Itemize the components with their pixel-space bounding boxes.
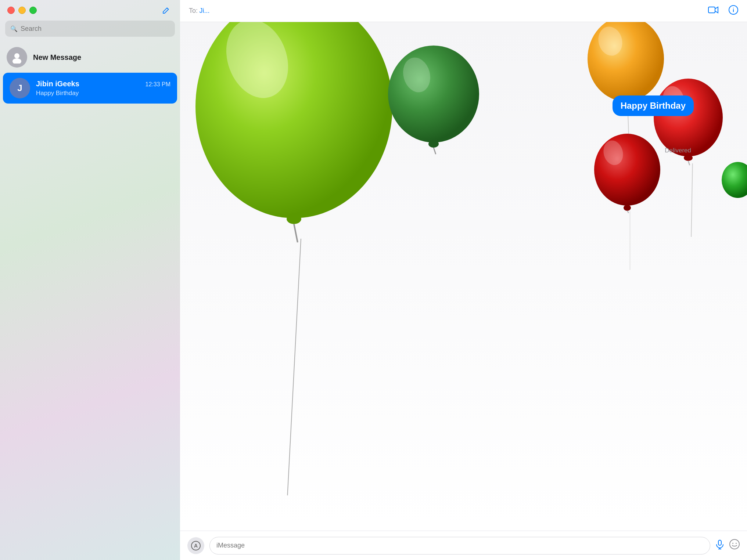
string-red-lower-balloon: [630, 211, 631, 270]
svg-point-12: [428, 140, 439, 148]
svg-point-6: [195, 22, 392, 218]
string-red-right-balloon: [691, 163, 693, 237]
video-call-icon[interactable]: [708, 6, 718, 16]
search-icon: 🔍: [10, 25, 18, 32]
new-message-item[interactable]: New Message: [0, 42, 180, 73]
svg-point-32: [730, 539, 739, 549]
svg-point-24: [624, 205, 631, 211]
sidebar: 🔍 New Message J Jibin iGeeks 12:33 PM Ha…: [0, 0, 180, 560]
chat-header-to: To: Ji...: [189, 7, 209, 15]
apps-button[interactable]: A: [187, 537, 204, 554]
chat-area: To: Ji...: [180, 0, 747, 560]
chat-header-actions: [708, 5, 738, 17]
search-input[interactable]: [21, 25, 170, 33]
convo-time: 12:33 PM: [146, 81, 170, 88]
compose-button[interactable]: [159, 4, 173, 17]
to-label: To:: [189, 7, 198, 14]
input-bar: A: [180, 531, 747, 560]
balloon-red-lower: [593, 132, 662, 213]
svg-point-26: [722, 162, 747, 198]
svg-line-25: [627, 211, 629, 213]
audio-button[interactable]: [715, 540, 724, 552]
bubble-text: Happy Birthday: [621, 101, 686, 111]
svg-point-8: [287, 214, 301, 224]
svg-rect-5: [733, 8, 734, 8]
happy-birthday-bubble: Happy Birthday: [613, 95, 694, 116]
message-input[interactable]: [209, 537, 710, 554]
maximize-button[interactable]: [29, 7, 37, 14]
svg-line-13: [434, 148, 436, 154]
close-button[interactable]: [7, 7, 15, 14]
new-message-avatar: [7, 47, 27, 68]
delivered-text: Delivered: [665, 147, 691, 154]
svg-point-34: [736, 543, 737, 544]
delivered-status: Delivered: [665, 147, 691, 154]
svg-point-1: [12, 58, 21, 64]
svg-point-10: [388, 46, 479, 142]
svg-rect-2: [708, 7, 715, 13]
svg-text:A: A: [194, 543, 198, 549]
convo-name: Jibin iGeeks: [36, 80, 79, 88]
svg-point-22: [594, 134, 660, 206]
traffic-lights: [7, 7, 37, 14]
conversation-jibin[interactable]: J Jibin iGeeks 12:33 PM Happy Birthday: [3, 73, 177, 104]
balloon-scene: Happy Birthday Delivered: [180, 22, 747, 531]
balloon-green-edge: [721, 162, 747, 202]
jibin-avatar: J: [10, 78, 30, 98]
svg-rect-29: [718, 540, 721, 545]
new-message-label: New Message: [33, 53, 81, 62]
svg-line-21: [688, 161, 690, 165]
search-bar[interactable]: 🔍: [5, 21, 175, 37]
titlebar: [0, 0, 180, 21]
minimize-button[interactable]: [18, 7, 26, 14]
emoji-button[interactable]: [729, 539, 740, 552]
string-big-balloon: [287, 239, 301, 495]
convo-header: Jibin iGeeks 12:33 PM: [36, 80, 170, 88]
svg-rect-4: [733, 9, 734, 12]
chat-header: To: Ji...: [180, 0, 747, 22]
svg-point-18: [654, 79, 723, 156]
svg-line-9: [294, 224, 298, 242]
svg-point-33: [732, 543, 733, 544]
svg-point-20: [684, 155, 693, 161]
svg-point-0: [14, 53, 19, 58]
balloon-big-green: [191, 22, 397, 242]
contact-name: Ji...: [199, 7, 209, 14]
balloon-small-green: [386, 44, 481, 154]
convo-text: Jibin iGeeks 12:33 PM Happy Birthday: [36, 80, 170, 97]
convo-preview: Happy Birthday: [36, 90, 170, 97]
info-icon[interactable]: [729, 5, 738, 17]
